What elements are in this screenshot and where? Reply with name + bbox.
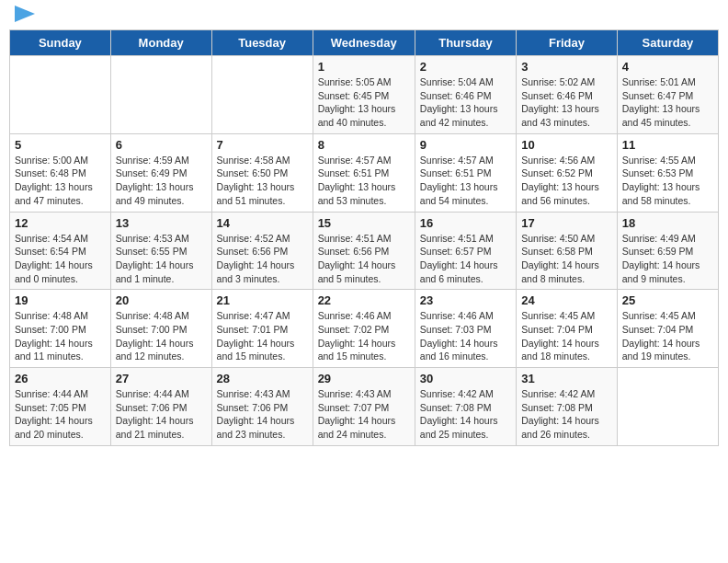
cell-info: Daylight: 13 hours and 47 minutes. [15,180,106,207]
cell-info: Sunrise: 4:44 AM [116,387,207,401]
cell-info: Sunset: 6:46 PM [420,89,511,103]
week-row-5: 26Sunrise: 4:44 AMSunset: 7:05 PMDayligh… [10,368,719,446]
cell-info: Daylight: 13 hours and 45 minutes. [622,102,713,129]
calendar-cell: 6Sunrise: 4:59 AMSunset: 6:49 PMDaylight… [110,133,211,212]
calendar-cell: 1Sunrise: 5:05 AMSunset: 6:45 PMDaylight… [313,56,415,134]
cell-info: Sunrise: 4:47 AM [217,309,308,323]
cell-info: Sunset: 6:56 PM [217,245,308,259]
cell-info: Sunrise: 4:43 AM [217,387,308,401]
day-number: 26 [15,372,106,385]
cell-info: Daylight: 14 hours and 0 minutes. [15,259,106,285]
cell-info: Sunrise: 4:48 AM [116,309,207,323]
day-number: 27 [116,372,207,385]
day-number: 20 [116,293,207,307]
cell-info: Sunrise: 4:54 AM [15,232,106,246]
cell-info: Daylight: 13 hours and 51 minutes. [217,180,308,207]
cell-info: Sunset: 6:48 PM [15,167,106,180]
cell-info: Sunrise: 5:01 AM [622,75,713,89]
col-header-sunday: Sunday [10,30,111,56]
calendar-cell [110,56,211,134]
cell-info: Sunset: 7:00 PM [15,323,106,337]
cell-info: Daylight: 14 hours and 24 minutes. [318,414,410,441]
cell-info: Sunrise: 4:44 AM [15,387,106,401]
cell-info: Sunrise: 4:56 AM [521,154,612,167]
cell-info: Daylight: 14 hours and 8 minutes. [521,259,612,285]
cell-info: Sunset: 6:59 PM [622,245,713,259]
cell-info: Sunset: 7:07 PM [318,401,410,415]
cell-info: Sunset: 7:00 PM [116,323,207,337]
cell-info: Daylight: 14 hours and 11 minutes. [15,337,106,363]
day-number: 22 [318,293,410,307]
week-row-1: 1Sunrise: 5:05 AMSunset: 6:45 PMDaylight… [10,56,719,134]
cell-info: Sunset: 7:01 PM [217,323,308,337]
cell-info: Daylight: 14 hours and 21 minutes. [116,414,207,441]
day-number: 14 [217,216,308,230]
day-number: 31 [521,372,612,385]
day-number: 24 [521,293,612,307]
cell-info: Sunset: 7:06 PM [116,401,207,415]
cell-info: Sunrise: 4:49 AM [622,232,713,246]
cell-info: Daylight: 13 hours and 58 minutes. [622,180,713,207]
calendar-cell: 21Sunrise: 4:47 AMSunset: 7:01 PMDayligh… [211,290,313,368]
day-number: 25 [622,293,713,307]
cell-info: Sunrise: 4:46 AM [318,309,410,323]
calendar-cell: 13Sunrise: 4:53 AMSunset: 6:55 PMDayligh… [110,212,211,290]
cell-info: Sunrise: 4:48 AM [15,309,106,323]
cell-info: Daylight: 14 hours and 25 minutes. [420,414,511,441]
cell-info: Sunset: 7:04 PM [521,323,612,337]
cell-info: Sunset: 6:47 PM [622,89,713,103]
cell-info: Sunset: 6:45 PM [318,89,410,103]
day-number: 3 [521,60,612,74]
cell-info: Daylight: 14 hours and 9 minutes. [622,259,713,285]
cell-info: Sunset: 6:51 PM [318,167,410,180]
cell-info: Sunset: 6:50 PM [217,167,308,180]
cell-info: Sunrise: 5:04 AM [420,75,511,89]
cell-info: Sunset: 6:53 PM [622,167,713,180]
day-number: 2 [420,60,511,74]
cell-info: Sunrise: 5:02 AM [521,75,612,89]
calendar-cell: 19Sunrise: 4:48 AMSunset: 7:00 PMDayligh… [10,290,111,368]
cell-info: Sunrise: 4:51 AM [318,232,410,246]
cell-info: Daylight: 14 hours and 23 minutes. [217,414,308,441]
logo [13,9,35,22]
page-header [9,9,719,22]
cell-info: Sunset: 6:49 PM [116,167,207,180]
calendar-cell [10,56,111,134]
calendar-cell: 30Sunrise: 4:42 AMSunset: 7:08 PMDayligh… [415,368,516,446]
week-row-3: 12Sunrise: 4:54 AMSunset: 6:54 PMDayligh… [10,212,719,290]
cell-info: Sunrise: 4:43 AM [318,387,410,401]
header-row: SundayMondayTuesdayWednesdayThursdayFrid… [10,30,719,56]
cell-info: Sunset: 7:05 PM [15,401,106,415]
cell-info: Sunset: 6:46 PM [521,89,612,103]
day-number: 17 [521,216,612,230]
cell-info: Daylight: 14 hours and 19 minutes. [622,337,713,363]
cell-info: Sunrise: 5:00 AM [15,154,106,167]
cell-info: Sunset: 7:04 PM [622,323,713,337]
cell-info: Sunrise: 4:58 AM [217,154,308,167]
cell-info: Sunrise: 4:55 AM [622,154,713,167]
calendar-cell: 16Sunrise: 4:51 AMSunset: 6:57 PMDayligh… [415,212,516,290]
cell-info: Sunset: 6:54 PM [15,245,106,259]
cell-info: Daylight: 13 hours and 56 minutes. [521,180,612,207]
cell-info: Daylight: 13 hours and 49 minutes. [116,180,207,207]
cell-info: Daylight: 13 hours and 43 minutes. [521,102,612,129]
cell-info: Sunrise: 4:50 AM [521,232,612,246]
cell-info: Sunrise: 4:57 AM [318,154,410,167]
col-header-tuesday: Tuesday [211,30,313,56]
cell-info: Sunrise: 4:51 AM [420,232,511,246]
calendar-cell: 15Sunrise: 4:51 AMSunset: 6:56 PMDayligh… [313,212,415,290]
day-number: 15 [318,216,410,230]
day-number: 5 [15,138,106,152]
day-number: 28 [217,372,308,385]
cell-info: Sunset: 6:52 PM [521,167,612,180]
cell-info: Sunrise: 4:53 AM [116,232,207,246]
col-header-wednesday: Wednesday [313,30,415,56]
calendar-cell: 10Sunrise: 4:56 AMSunset: 6:52 PMDayligh… [517,133,618,212]
day-number: 6 [116,138,207,152]
day-number: 11 [622,138,713,152]
cell-info: Daylight: 14 hours and 15 minutes. [318,337,410,363]
cell-info: Sunset: 6:58 PM [521,245,612,259]
day-number: 12 [15,216,106,230]
cell-info: Daylight: 13 hours and 42 minutes. [420,102,511,129]
svg-marker-0 [15,6,35,22]
